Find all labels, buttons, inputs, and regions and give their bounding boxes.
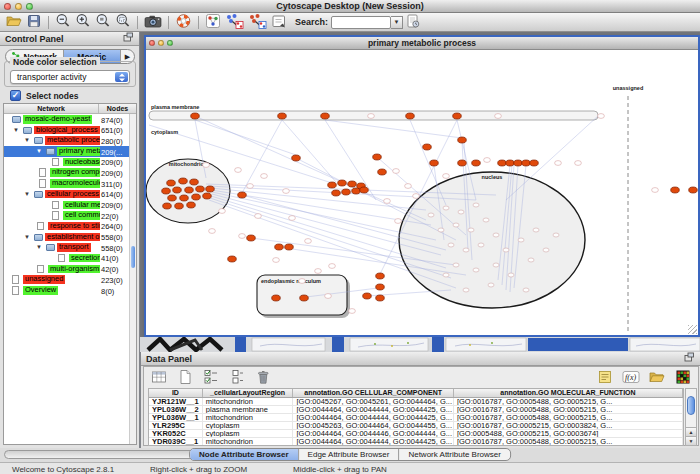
network-node[interactable] xyxy=(508,273,514,277)
network-node[interactable] xyxy=(405,184,412,189)
unselect-attributes-button[interactable] xyxy=(227,369,247,386)
network-node-selected[interactable] xyxy=(338,180,347,186)
table-cell[interactable]: [GO:0044464, GO:0044444, GO:0044425, G..… xyxy=(293,438,453,445)
table-row[interactable]: YKR052Ccytoplasm[GO:0044464, GO:0044446,… xyxy=(149,430,683,438)
network-node[interactable] xyxy=(209,229,216,234)
network-node-selected[interactable] xyxy=(352,188,361,194)
network-node-selected[interactable] xyxy=(514,160,523,166)
destroy-view-button[interactable] xyxy=(246,14,269,31)
network-node[interactable] xyxy=(413,194,420,199)
network-node-selected[interactable] xyxy=(238,192,247,198)
select-attributes-button[interactable] xyxy=(149,369,169,386)
network-node[interactable] xyxy=(368,114,375,119)
network-tree-label[interactable]: response to stimulu xyxy=(48,222,100,231)
network-node-selected[interactable] xyxy=(275,244,284,250)
table-cell[interactable]: [GO:0044464, GO:0044446, GO:0044444, G..… xyxy=(293,430,453,437)
search-input[interactable] xyxy=(331,16,391,29)
network-node-selected[interactable] xyxy=(192,194,201,200)
tree-column-nodes[interactable]: Nodes xyxy=(99,104,136,113)
network-tree-label[interactable]: nucleobase- xyxy=(63,158,100,167)
node-color-dropdown[interactable]: transporter activity xyxy=(10,70,130,84)
network-node[interactable] xyxy=(493,233,499,237)
network-node[interactable] xyxy=(395,219,402,224)
network-node[interactable] xyxy=(448,243,454,247)
network-node-selected[interactable] xyxy=(458,137,467,143)
network-node[interactable] xyxy=(239,234,246,239)
network-tree-row[interactable]: nucleobase-209(0) xyxy=(4,157,136,168)
network-tree-label[interactable]: cell communicat xyxy=(63,211,100,220)
column-header-id[interactable]: ID xyxy=(149,389,203,397)
network-node-selected[interactable] xyxy=(168,195,177,201)
network-node-selected[interactable] xyxy=(453,113,462,119)
import-attributes-button[interactable] xyxy=(647,369,667,386)
network-tree-label[interactable]: establishment of lo xyxy=(45,233,100,242)
tab-edge-attribute-browser[interactable]: Edge Attribute Browser xyxy=(299,449,400,460)
network-node[interactable] xyxy=(203,163,210,168)
search-config-button[interactable] xyxy=(403,14,423,31)
network-node[interactable] xyxy=(484,158,491,163)
expand-arrow-icon[interactable]: ▼ xyxy=(24,191,30,197)
network-tree-label[interactable]: biological_process xyxy=(34,126,100,135)
expand-arrow-icon[interactable]: ▼ xyxy=(36,244,42,250)
network-node[interactable] xyxy=(473,268,479,272)
table-cell[interactable]: mitochondrion xyxy=(203,398,294,405)
network-node[interactable] xyxy=(652,188,659,193)
network-tree-label[interactable]: transport xyxy=(57,243,91,252)
select-all-attributes-button[interactable] xyxy=(201,369,221,386)
network-node[interactable] xyxy=(473,203,479,207)
table-row[interactable]: YJR121W__1mitochondrion[GO:0045267, GO:0… xyxy=(149,398,683,406)
network-node-selected[interactable] xyxy=(376,273,385,279)
network-node[interactable] xyxy=(219,209,226,214)
network-panel-button[interactable] xyxy=(203,14,223,31)
annotation-button[interactable] xyxy=(269,14,289,31)
network-node-selected[interactable] xyxy=(196,186,205,192)
network-node-selected[interactable] xyxy=(342,189,351,195)
network-node-selected[interactable] xyxy=(162,188,171,194)
network-node-selected[interactable] xyxy=(300,295,309,301)
network-node-selected[interactable] xyxy=(378,169,387,175)
network-node-selected[interactable] xyxy=(247,235,256,241)
network-node-selected[interactable] xyxy=(376,284,385,290)
expand-arrow-icon[interactable]: ▼ xyxy=(36,148,42,154)
network-tree-label[interactable]: unassigned xyxy=(23,275,65,284)
network-node[interactable] xyxy=(463,288,469,292)
network-node-selected[interactable] xyxy=(278,113,287,119)
network-node-selected[interactable] xyxy=(272,295,281,301)
network-node[interactable] xyxy=(255,214,262,219)
network-node-selected[interactable] xyxy=(332,190,341,196)
table-cell[interactable]: [GO:0016787, GO:0005215, GO:0003824, G..… xyxy=(454,422,683,429)
network-node-selected[interactable] xyxy=(191,113,200,119)
network-node-selected[interactable] xyxy=(175,203,184,209)
network-node-selected[interactable] xyxy=(163,203,172,209)
network-node[interactable] xyxy=(543,248,549,252)
zoom-fit-button[interactable] xyxy=(93,14,113,31)
attribute-matrix-button[interactable] xyxy=(673,369,693,386)
network-tree-row[interactable]: cell communicat22(0) xyxy=(4,210,136,221)
network-tree-row[interactable]: ▼primary metabo209(... xyxy=(4,146,136,157)
network-tree-label[interactable]: cellular metabo xyxy=(63,201,100,210)
tree-column-network[interactable]: Network xyxy=(4,104,99,113)
network-tree-row[interactable]: macromolecule311(0) xyxy=(4,178,136,189)
help-button[interactable] xyxy=(173,14,194,31)
table-cell[interactable]: mitochondrion xyxy=(203,414,294,421)
network-node[interactable] xyxy=(283,189,290,194)
new-attribute-button[interactable] xyxy=(175,369,195,386)
network-tree-row[interactable]: Overview8(0) xyxy=(4,285,136,296)
network-node[interactable] xyxy=(261,174,268,179)
table-row[interactable]: YDR039C__1mitochondrion[GO:0044464, GO:0… xyxy=(149,438,683,446)
network-edge[interactable] xyxy=(195,120,296,155)
table-cell[interactable]: YKR052C xyxy=(149,430,203,437)
network-tree-label[interactable]: cellular process xyxy=(45,190,100,199)
network-tree-label[interactable]: metabolic process xyxy=(45,136,100,145)
network-node[interactable] xyxy=(553,233,559,237)
network-node-selected[interactable] xyxy=(430,160,439,166)
network-node-selected[interactable] xyxy=(348,181,357,187)
tree-scrollbar-thumb[interactable] xyxy=(131,246,135,268)
network-node[interactable] xyxy=(349,309,356,314)
zoom-out-button[interactable] xyxy=(53,14,73,31)
snapshot-button[interactable] xyxy=(142,14,164,31)
create-view-button[interactable] xyxy=(223,14,246,31)
network-tree-label[interactable]: Overview xyxy=(23,286,58,295)
network-canvas[interactable]: plasma membranecytoplasmmitochondrionnuc… xyxy=(146,50,698,335)
network-node[interactable] xyxy=(247,184,254,189)
